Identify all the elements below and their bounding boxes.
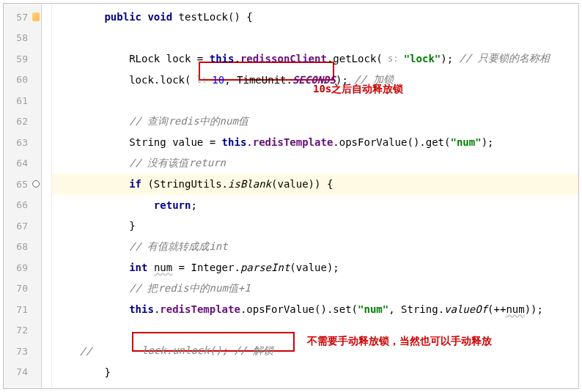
code-line-71[interactable]: this.redisTemplate.opsForValue().set("nu… bbox=[52, 299, 578, 320]
editor-frame: 57 58 59 60 61 62 63 64 65 66 67 68 69 7… bbox=[3, 3, 579, 389]
code-area[interactable]: 10s之后自动释放锁 不需要手动释放锁，当然也可以手动释放 public voi… bbox=[52, 4, 578, 388]
gutter-line-64[interactable]: 64 bbox=[4, 153, 41, 174]
gutter-line-66[interactable]: 66 bbox=[4, 195, 41, 216]
code-line-72[interactable] bbox=[52, 320, 578, 341]
code-line-70[interactable]: // 把redis中的num值+1 bbox=[52, 278, 578, 300]
gutter-line-61[interactable]: 61 bbox=[4, 90, 41, 111]
code-line-73[interactable]: // lock.unlock(); // 解锁 bbox=[52, 341, 578, 362]
gutter-line-63[interactable]: 63 bbox=[4, 132, 41, 153]
fold-strip[interactable] bbox=[42, 4, 52, 388]
override-marker[interactable] bbox=[32, 180, 40, 188]
gutter-line-71[interactable]: 71 bbox=[4, 299, 41, 320]
gutter-line-68[interactable]: 68 bbox=[4, 237, 41, 258]
code-line-68[interactable]: // 有值就转成成int bbox=[52, 237, 578, 258]
gutter-line-65[interactable]: 65 bbox=[4, 174, 41, 195]
gutter-line-72[interactable]: 72 bbox=[4, 320, 41, 341]
gutter-line-69[interactable]: 69 bbox=[4, 257, 41, 278]
annotation-marker[interactable] bbox=[32, 12, 40, 21]
code-line-67[interactable]: } bbox=[52, 215, 578, 237]
gutter-line-59[interactable]: 59 bbox=[4, 48, 41, 70]
code-line-66[interactable]: return; bbox=[52, 195, 578, 216]
gutter-line-60[interactable]: 60 bbox=[4, 70, 41, 91]
code-line-60[interactable]: lock.lock( l: 10, TimeUnit.SECONDS); // … bbox=[52, 70, 578, 91]
code-line-63[interactable]: String value = this.redisTemplate.opsFor… bbox=[52, 132, 578, 153]
code-line-62[interactable]: // 查询redis中的num值 bbox=[52, 111, 578, 133]
gutter-line-58[interactable]: 58 bbox=[4, 28, 41, 49]
gutter-line-73[interactable]: 73 bbox=[4, 341, 41, 362]
code-line-69[interactable]: int num = Integer.parseInt(value); bbox=[52, 257, 578, 278]
gutter-line-67[interactable]: 67 bbox=[4, 215, 41, 237]
gutter-line-70[interactable]: 70 bbox=[4, 278, 41, 300]
gutter-line-57[interactable]: 57 bbox=[4, 7, 41, 28]
code-line-65[interactable]: if (StringUtils.isBlank(value)) { bbox=[52, 174, 578, 195]
gutter-line-74[interactable]: 74 bbox=[4, 362, 41, 383]
code-line-61[interactable] bbox=[52, 90, 578, 111]
line-number-gutter: 57 58 59 60 61 62 63 64 65 66 67 68 69 7… bbox=[4, 4, 42, 388]
code-line-59[interactable]: RLock lock = this.redissonClient.getLock… bbox=[52, 48, 578, 70]
code-line-58[interactable] bbox=[52, 28, 578, 49]
code-line-57[interactable]: public void testLock() { bbox=[52, 7, 578, 28]
gutter-line-62[interactable]: 62 bbox=[4, 111, 41, 133]
code-line-74[interactable]: } bbox=[52, 362, 578, 383]
code-line-64[interactable]: // 没有该值return bbox=[52, 153, 578, 174]
